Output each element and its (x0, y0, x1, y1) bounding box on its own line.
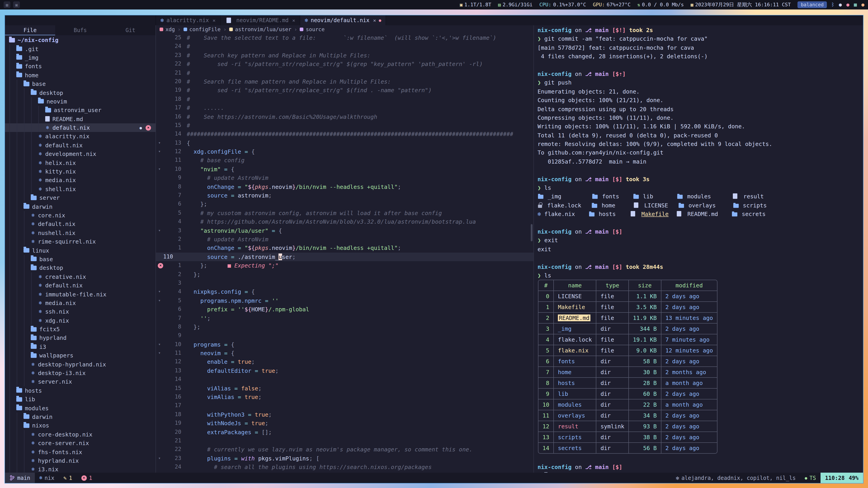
tree-item-darwin[interactable]: darwin (5, 202, 156, 211)
editor-scrollbar[interactable] (531, 224, 532, 241)
code-line[interactable]: 16 vimAlias = true; (156, 393, 533, 401)
code-line[interactable]: ▾3 "astronvim/lua/user" = { (156, 226, 533, 235)
code-line[interactable]: 9 (156, 331, 533, 340)
tree-item-hyprland[interactable]: hyprland (5, 334, 156, 343)
tree-item-nushell.nix[interactable]: ❄nushell.nix (5, 228, 156, 237)
tree-item-fhs-fonts.nix[interactable]: ❄fhs-fonts.nix (5, 448, 156, 456)
breadcrumb-segment[interactable]: xdg (160, 26, 175, 33)
volume-icon[interactable]: ● (839, 2, 842, 7)
tree-item-core-desktop.nix[interactable]: ❄core-desktop.nix (5, 430, 156, 439)
code-line[interactable]: ▾23 plugins = with pkgs.vimPlugins; [ (156, 454, 533, 463)
tree-item-kitty.nix[interactable]: ❄kitty.nix (5, 167, 156, 176)
close-icon[interactable]: × (292, 18, 295, 23)
breadcrumb-segment[interactable]: source (300, 26, 324, 33)
fold-chevron-icon[interactable]: ▾ (158, 288, 161, 296)
code-line[interactable]: 2 # update AstroNvim (156, 235, 533, 244)
code-line[interactable]: 22# sed -ri "s/pattern_str/replace_str/g… (156, 60, 533, 68)
tree-item-default.nix[interactable]: ❄default.nix●× (5, 123, 156, 132)
code-line[interactable]: 15# (156, 121, 533, 130)
code-line[interactable]: 6 prefix = ''${HOME}/.npm-global (156, 305, 533, 314)
tree-item-darwin[interactable]: darwin (5, 413, 156, 421)
code-line[interactable]: 19 withNodeJs = true; (156, 419, 533, 428)
bluetooth-icon[interactable]: ᛒ (831, 2, 834, 7)
tree-item-creative.nix[interactable]: ❄creative.nix (5, 272, 156, 281)
tree-item-i3.nix[interactable]: ❄i3.nix (5, 465, 156, 473)
tray-app-icon[interactable]: ● (862, 2, 864, 7)
tree-item-base[interactable]: base (5, 255, 156, 264)
tree-item-home[interactable]: home (5, 71, 156, 79)
tree-item-core-server.nix[interactable]: ❄core-server.nix (5, 439, 156, 448)
code-line[interactable]: 24# (156, 42, 533, 51)
code-line[interactable]: 11 # base config (156, 156, 533, 165)
tree-item-_img[interactable]: _img (5, 53, 156, 62)
tree-item-server[interactable]: server (5, 193, 156, 202)
code-line[interactable]: ▾11 neovim = { (156, 349, 533, 358)
tree-item-helix.nix[interactable]: ❄helix.nix (5, 158, 156, 167)
code-line[interactable]: ×1 }; ■ Expecting ";" (156, 261, 533, 270)
code-line[interactable]: 17# ...... (156, 103, 533, 112)
tree-item-media.nix[interactable]: ❄media.nix (5, 298, 156, 307)
code-line[interactable]: 7 source = astronvim; (156, 191, 533, 200)
tree-item-lib[interactable]: lib (5, 395, 156, 404)
tree-item-default.nix[interactable]: ❄default.nix (5, 220, 156, 228)
tree-item-default.nix[interactable]: ❄default.nix (5, 141, 156, 150)
tree-item-linux[interactable]: linux (5, 246, 156, 255)
code-line[interactable]: 1 onChange = "${pkgs.neovim}/bin/nvim --… (156, 244, 533, 253)
tree-item-media.nix[interactable]: ❄media.nix (5, 176, 156, 185)
breadcrumb-segment[interactable]: astronvim/lua/user (229, 26, 291, 33)
tree-item-fcitx5[interactable]: fcitx5 (5, 325, 156, 334)
tree-item-neovim[interactable]: neovim (5, 97, 156, 106)
code-line[interactable]: 5 # my cusotom astronvim config, astronv… (156, 209, 533, 218)
code-line[interactable]: 3 (156, 279, 533, 288)
code-line[interactable]: 20 extraPackages = []; (156, 428, 533, 436)
code-line[interactable]: 21 (156, 436, 533, 445)
tree-item-.git[interactable]: .git (5, 44, 156, 53)
screen-record-icon[interactable]: ● (846, 2, 849, 7)
fold-chevron-icon[interactable]: ▾ (158, 296, 161, 305)
code-line[interactable]: 14 (156, 375, 533, 384)
code-line[interactable]: ▾12 xdg.configFile = { (156, 147, 533, 156)
code-line[interactable]: 22 # currently we use lazy.nvim as neovi… (156, 445, 533, 454)
code-line[interactable]: ▾10 "nvim" = { (156, 165, 533, 174)
code-line[interactable]: 7 ''; (156, 314, 533, 323)
editor-tab-neovim/default.nix[interactable]: ❄neovim/default.nix×● (300, 15, 386, 25)
neotree-tab-git[interactable]: Git (105, 25, 156, 35)
fold-chevron-icon[interactable]: ▾ (158, 226, 161, 235)
tree-item-desktop[interactable]: desktop (5, 88, 156, 97)
file-tree-panel[interactable]: FileBufsGit ~/nix-config.git_imgfontshom… (5, 25, 156, 473)
fold-chevron-icon[interactable]: ▾ (158, 147, 161, 156)
code-line[interactable]: 6 }; (156, 200, 533, 209)
keyboard-layout-icon[interactable]: ▦ (854, 2, 857, 7)
tree-item-hyprland.nix[interactable]: ❄hyprland.nix (5, 456, 156, 465)
code-line[interactable]: 23# Search key pattern and Replace in Mu… (156, 51, 533, 60)
tree-item-desktop-hyprland.nix[interactable]: ❄desktop-hyprland.nix (5, 360, 156, 369)
tree-item-default.nix[interactable]: ❄default.nix (5, 281, 156, 290)
code-line[interactable]: 24 # search all the plugins using https:… (156, 463, 533, 471)
code-line[interactable]: 18# (156, 95, 533, 103)
tree-item-desktop-i3.nix[interactable]: ❄desktop-i3.nix (5, 369, 156, 378)
code-line[interactable]: 9 # update AstroNvim (156, 174, 533, 183)
editor-panel[interactable]: xdg›configFile›astronvim/lua/user›source… (156, 25, 534, 473)
tree-item-rime-squirrel.nix[interactable]: ❄rime-squirrel.nix (5, 237, 156, 246)
launcher-icon[interactable]: ▦ (4, 1, 10, 8)
code-line[interactable]: 20# Search file name pattern and Replace… (156, 77, 533, 86)
code-line[interactable]: 16# See https://astronvim.com/Basic%20Us… (156, 112, 533, 121)
close-icon[interactable]: × (373, 18, 376, 23)
tree-item-base[interactable]: base (5, 79, 156, 88)
fold-chevron-icon[interactable]: ▾ (158, 349, 161, 358)
tree-item-xdg.nix[interactable]: ❄xdg.nix (5, 316, 156, 325)
neotree-tab-bufs[interactable]: Bufs (55, 25, 105, 35)
tree-item-alacritty.nix[interactable]: ❄alacritty.nix (5, 132, 156, 141)
code-line[interactable]: 15 viAlias = false; (156, 384, 533, 393)
editor-tab-alacritty.nix[interactable]: ❄alacritty.nix× (156, 15, 221, 25)
code-line[interactable]: 17 (156, 401, 533, 410)
code-line[interactable]: 110 source = ./astronvim_user; (156, 253, 533, 261)
tree-item-server.nix[interactable]: ❄server.nix (5, 377, 156, 386)
code-line[interactable]: 4 # https://github.com/AstroNvim/AstroNv… (156, 217, 533, 226)
code-line[interactable]: 12 enable = true; (156, 358, 533, 366)
tree-item-immutable-file.nix[interactable]: ❄immutable-file.nix (5, 290, 156, 299)
code-line[interactable]: ▾10 programs = { (156, 340, 533, 349)
code-line[interactable]: ▾4 nixpkgs.config = { (156, 288, 533, 296)
code-area[interactable]: 25# Save the selected text to a file: `:… (156, 33, 533, 473)
breadcrumb-segment[interactable]: configFile (183, 26, 221, 33)
